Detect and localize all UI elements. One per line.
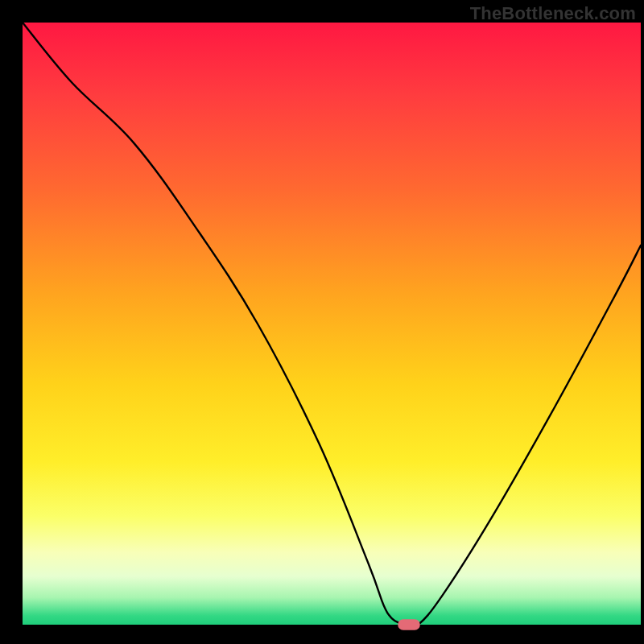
watermark-text: TheBottleneck.com bbox=[470, 3, 636, 24]
plot-background bbox=[23, 23, 641, 625]
bottleneck-chart bbox=[0, 0, 644, 644]
optimal-marker bbox=[398, 619, 420, 630]
chart-container: TheBottleneck.com bbox=[0, 0, 644, 644]
